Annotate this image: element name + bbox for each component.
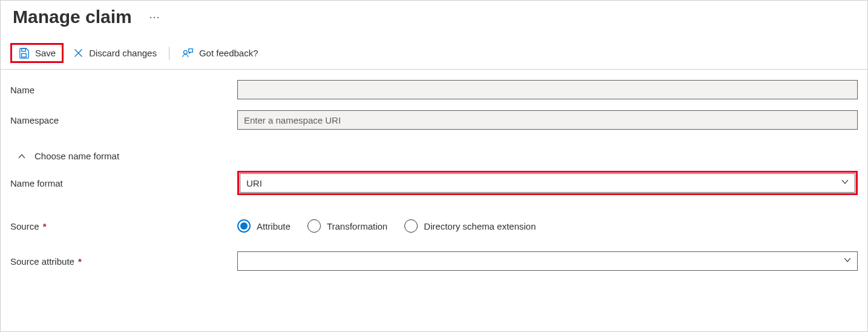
namespace-input[interactable] — [237, 110, 858, 130]
radio-attribute-label: Attribute — [257, 221, 291, 231]
command-bar: Save Discard changes Got feedback? — [1, 41, 867, 70]
radio-icon — [237, 219, 251, 233]
close-icon — [73, 48, 84, 58]
source-label-text: Source — [10, 221, 39, 231]
svg-rect-1 — [22, 48, 26, 51]
chevron-up-icon — [18, 152, 26, 161]
radio-transformation-label: Transformation — [327, 221, 387, 231]
name-format-select[interactable]: URI — [240, 173, 855, 193]
radio-dirext-label: Directory schema extension — [424, 221, 536, 231]
required-asterisk: * — [43, 221, 47, 231]
svg-rect-0 — [22, 53, 27, 57]
source-radio-group: Attribute Transformation Directory schem… — [237, 219, 536, 233]
svg-point-2 — [183, 50, 187, 54]
source-label: Source * — [10, 221, 237, 231]
source-attribute-label-text: Source attribute — [10, 256, 74, 267]
save-button-label: Save — [35, 48, 56, 58]
discard-button-label: Discard changes — [89, 48, 157, 58]
feedback-icon — [182, 47, 194, 59]
name-input[interactable] — [237, 80, 858, 99]
page-title: Manage claim — [13, 7, 132, 27]
radio-transformation[interactable]: Transformation — [307, 219, 387, 233]
save-button[interactable]: Save — [12, 45, 62, 61]
highlight-name-format: URI — [237, 171, 858, 195]
feedback-button[interactable]: Got feedback? — [176, 45, 265, 62]
row-namespace: Namespace — [1, 105, 867, 135]
row-name-format: Name format URI — [1, 166, 867, 200]
choose-name-format-label: Choose name format — [35, 151, 119, 161]
row-name: Name — [1, 75, 867, 105]
highlight-save: Save — [10, 43, 64, 63]
radio-attribute[interactable]: Attribute — [237, 219, 291, 233]
radio-icon — [404, 219, 418, 233]
row-source-attribute: Source attribute * — [1, 246, 867, 276]
title-row: Manage claim ⋯ — [1, 4, 867, 41]
namespace-label: Namespace — [10, 115, 237, 125]
source-attribute-select[interactable] — [237, 251, 858, 271]
save-icon — [18, 47, 30, 59]
choose-name-format-toggle[interactable]: Choose name format — [1, 140, 867, 166]
more-icon[interactable]: ⋯ — [149, 15, 161, 19]
discard-button[interactable]: Discard changes — [67, 45, 163, 61]
source-attribute-label: Source attribute * — [10, 256, 237, 267]
name-label: Name — [10, 85, 237, 95]
name-format-label: Name format — [10, 178, 237, 188]
radio-directory-schema-extension[interactable]: Directory schema extension — [404, 219, 536, 233]
required-asterisk: * — [78, 256, 82, 267]
feedback-button-label: Got feedback? — [199, 48, 258, 58]
row-source: Source * Attribute Transformation Direct… — [1, 211, 867, 241]
toolbar-divider — [169, 47, 169, 60]
radio-icon — [307, 219, 321, 233]
